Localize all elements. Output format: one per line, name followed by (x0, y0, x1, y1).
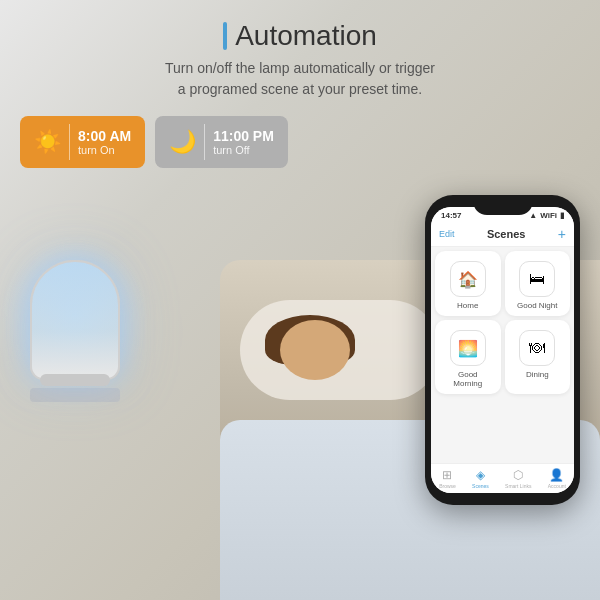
nav-plus[interactable]: + (558, 226, 566, 242)
bottom-nav-browse[interactable]: ⊞ Browse (439, 468, 456, 489)
home-icon: 🏠 (458, 270, 478, 289)
scene-dining-label: Dining (526, 370, 549, 379)
main-content: Automation Turn on/off the lamp automati… (0, 0, 600, 208)
lamp-base (30, 388, 120, 402)
phone-screen: 14:57 ▲ WiFi ▮ Edit Scenes + 🏠 (431, 207, 574, 493)
account-label: Account (548, 483, 566, 489)
statusbar-right: ▲ WiFi ▮ (529, 211, 564, 220)
battery-icon: ▮ (560, 211, 564, 220)
smartlinks-label: Smart Links (505, 483, 531, 489)
title-text: Automation (235, 20, 377, 52)
subtitle: Turn on/off the lamp automatically or tr… (20, 58, 580, 100)
sunrise-icon: 🌅 (458, 339, 478, 358)
timer-on-time: 8:00 AM (78, 128, 131, 145)
timer-row: ☀️ 8:00 AM turn On 🌙 11:00 PM turn Off (20, 116, 580, 168)
wifi-icon: WiFi (540, 211, 557, 220)
bottom-nav-scenes[interactable]: ◈ Scenes (472, 468, 489, 489)
scene-dining-icon-wrap: 🍽 (519, 330, 555, 366)
header-section: Automation Turn on/off the lamp automati… (20, 20, 580, 100)
nav-edit[interactable]: Edit (439, 229, 455, 239)
scenes-icon: ◈ (476, 468, 485, 482)
timer-off-badge[interactable]: 🌙 11:00 PM turn Off (155, 116, 288, 168)
scene-goodnight-label: Good Night (517, 301, 557, 310)
timer-on-info: 8:00 AM turn On (78, 128, 131, 157)
account-icon: 👤 (549, 468, 564, 482)
timer-on-badge[interactable]: ☀️ 8:00 AM turn On (20, 116, 145, 168)
nav-title: Scenes (487, 228, 526, 240)
scene-morning-label: Good Morning (443, 370, 493, 388)
phone-container: 14:57 ▲ WiFi ▮ Edit Scenes + 🏠 (425, 195, 580, 505)
bottom-nav-account[interactable]: 👤 Account (548, 468, 566, 489)
page-title: Automation (20, 20, 580, 52)
scenes-label: Scenes (472, 483, 489, 489)
dining-icon: 🍽 (529, 339, 545, 357)
phone-notch (473, 195, 533, 215)
lamp (30, 260, 120, 402)
timer-off-action: turn Off (213, 144, 274, 156)
lamp-body (30, 260, 120, 380)
scene-goodnight-icon-wrap: 🛏 (519, 261, 555, 297)
signal-icon: ▲ (529, 211, 537, 220)
scene-home[interactable]: 🏠 Home (435, 251, 501, 316)
subtitle-line2: a programed scene at your preset time. (178, 81, 422, 97)
timer-off-info: 11:00 PM turn Off (213, 128, 274, 157)
subtitle-line1: Turn on/off the lamp automatically or tr… (165, 60, 435, 76)
scene-morning-icon-wrap: 🌅 (450, 330, 486, 366)
scenes-grid: 🏠 Home 🛏 Good Night 🌅 Good Morning (431, 247, 574, 398)
bed-icon: 🛏 (529, 270, 545, 288)
moon-icon: 🌙 (169, 129, 196, 155)
scene-good-night[interactable]: 🛏 Good Night (505, 251, 571, 316)
scene-good-morning[interactable]: 🌅 Good Morning (435, 320, 501, 394)
phone-navbar: Edit Scenes + (431, 222, 574, 247)
title-bar-icon (223, 22, 227, 50)
scene-home-icon-wrap: 🏠 (450, 261, 486, 297)
status-time: 14:57 (441, 211, 461, 220)
timer-off-time: 11:00 PM (213, 128, 274, 145)
phone-bottom-nav: ⊞ Browse ◈ Scenes ⬡ Smart Links 👤 Accoun… (431, 463, 574, 493)
sun-icon: ☀️ (34, 129, 61, 155)
timer-divider (69, 124, 70, 160)
browse-icon: ⊞ (442, 468, 452, 482)
scene-dining[interactable]: 🍽 Dining (505, 320, 571, 394)
scene-home-label: Home (457, 301, 478, 310)
phone-mockup: 14:57 ▲ WiFi ▮ Edit Scenes + 🏠 (425, 195, 580, 505)
browse-label: Browse (439, 483, 456, 489)
timer-on-action: turn On (78, 144, 131, 156)
bottom-nav-smartlinks[interactable]: ⬡ Smart Links (505, 468, 531, 489)
person-head (280, 320, 350, 380)
smartlinks-icon: ⬡ (513, 468, 523, 482)
timer-divider-2 (204, 124, 205, 160)
